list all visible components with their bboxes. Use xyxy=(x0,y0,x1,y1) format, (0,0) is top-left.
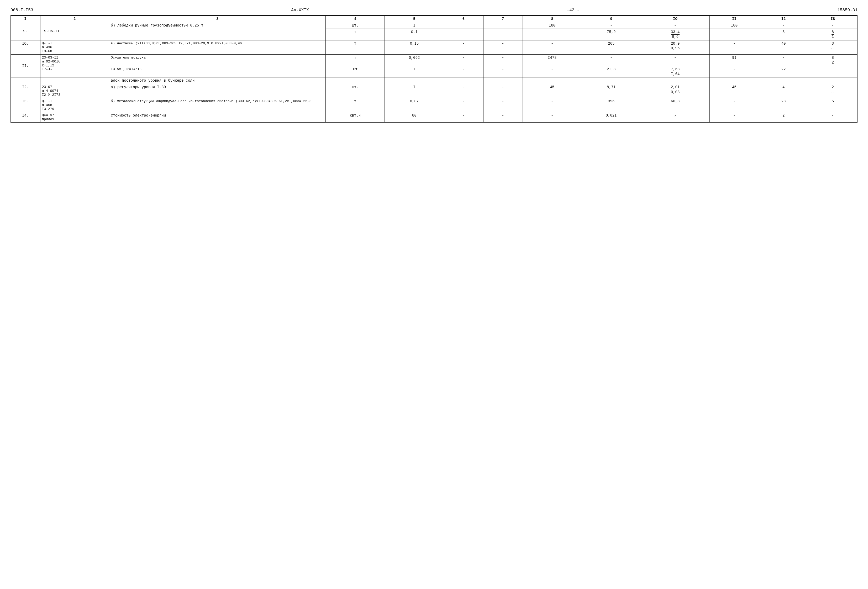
table-row: I4. Цен.№7 прилох. Стоимость электро-эне… xyxy=(11,112,858,123)
fraction-value: 33,4 6,6 xyxy=(671,30,680,39)
row-col10: ✕ xyxy=(641,112,710,123)
appendix-label: Ал.XXIX xyxy=(291,8,309,13)
row-col6: - xyxy=(444,40,483,54)
row-col10: - xyxy=(641,22,710,29)
row-col18: 8 1 xyxy=(808,29,858,40)
row-unit: т xyxy=(326,54,385,66)
row-col9: 265 xyxy=(582,40,641,54)
row-desc: б) металлоконструкции индивидуального из… xyxy=(109,98,326,112)
doc-number: 908-I-I53 xyxy=(10,8,33,13)
table-row: I2. 23-07 п.4-0074 I2-У-2I73 а) регулято… xyxy=(11,84,858,98)
fraction-value: 20,9 0,96 xyxy=(671,42,680,51)
row-num: IO. xyxy=(11,40,40,54)
row-col7 xyxy=(483,22,523,29)
fraction-value: 2,0I 0,03 xyxy=(671,85,680,94)
row-col6: - xyxy=(444,66,483,77)
row-col8: - xyxy=(523,66,582,77)
row-unit xyxy=(326,77,385,84)
row-col11: - xyxy=(710,40,759,54)
table-row: 9. I9-06-II б) лебедки ручные грузоподъе… xyxy=(11,22,858,29)
table-row: I3I5хI,I2=I4'I8 шт I - - - 2I,8 7,68 I,6… xyxy=(11,66,858,77)
row-col6 xyxy=(444,22,483,29)
row-desc: I3I5хI,I2=I4'I8 xyxy=(109,66,326,77)
fraction-value: 3 -. xyxy=(831,42,835,51)
row-col8 xyxy=(523,77,582,84)
row-col18: 8 2 xyxy=(808,54,858,66)
row-num: I2. xyxy=(11,84,40,98)
row-col11: 9I xyxy=(710,54,759,66)
row-col10: 20,9 0,96 xyxy=(641,40,710,54)
row-col12: 2 xyxy=(759,112,808,123)
row-unit: шт xyxy=(326,66,385,77)
row-col18 xyxy=(808,77,858,84)
row-col8: I478 xyxy=(523,54,582,66)
row-col7: - xyxy=(483,54,523,66)
main-table: I 2 3 4 5 6 7 8 9 IO II I2 I8 9. I9-06-I… xyxy=(10,15,858,123)
row-col18: 2 -. xyxy=(808,84,858,98)
col-header-4: 4 xyxy=(326,15,385,22)
row-col7: - xyxy=(483,84,523,98)
col-header-9: 9 xyxy=(582,15,641,22)
row-col5: I xyxy=(385,22,444,29)
col-header-7: 7 xyxy=(483,15,523,22)
row-code xyxy=(40,77,109,84)
row-col11: - xyxy=(710,98,759,112)
row-code: Ц-I-II п.436 I3-68 xyxy=(40,40,109,54)
row-num: II. xyxy=(11,54,40,77)
col-header-12: I2 xyxy=(759,15,808,22)
row-num: I4. xyxy=(11,112,40,123)
row-col9: - xyxy=(582,22,641,29)
row-col6: - xyxy=(444,54,483,66)
row-col12: 40 xyxy=(759,40,808,54)
row-col9: 0,02I xyxy=(582,112,641,123)
row-num: I3. xyxy=(11,98,40,112)
row-col5: 0,I5 xyxy=(385,40,444,54)
row-col12 xyxy=(759,77,808,84)
row-col9 xyxy=(582,77,641,84)
col-header-1: I xyxy=(11,15,40,22)
row-col5 xyxy=(385,77,444,84)
col-header-8: 8 xyxy=(523,15,582,22)
row-num: 9. xyxy=(11,22,40,40)
row-col11: - xyxy=(710,29,759,40)
fraction-value: 2 -. xyxy=(831,85,835,94)
row-col11: 45 xyxy=(710,84,759,98)
row-col18: - xyxy=(808,22,858,29)
row-col7 xyxy=(483,77,523,84)
page-header: 908-I-I53 Ал.XXIX -42 - 15859-31 xyxy=(10,8,858,13)
row-col10: 66,8 xyxy=(641,98,710,112)
row-col12: - xyxy=(759,22,808,29)
row-desc: а) регуляторы уровня Т-39 xyxy=(109,84,326,98)
row-unit: т xyxy=(326,40,385,54)
fraction-value: 8 1 xyxy=(831,30,834,39)
row-col10: 2,0I 0,03 xyxy=(641,84,710,98)
row-col8: 45 xyxy=(523,84,582,98)
row-desc: Блок постоянного уровня в бункере соли xyxy=(109,77,326,84)
row-unit: т xyxy=(326,29,385,40)
fraction-value: 7,68 I,64 xyxy=(671,68,680,77)
col-header-18: I8 xyxy=(808,15,858,22)
row-col10: 33,4 6,6 xyxy=(641,29,710,40)
row-col10 xyxy=(641,77,710,84)
row-col7: - xyxy=(483,98,523,112)
row-unit: квт.ч xyxy=(326,112,385,123)
row-col11: - xyxy=(710,66,759,77)
col-header-11: II xyxy=(710,15,759,22)
row-col12: 8 xyxy=(759,29,808,40)
row-col6 xyxy=(444,77,483,84)
row-col8: I80 xyxy=(523,22,582,29)
row-col11: I80 xyxy=(710,22,759,29)
row-code: I9-06-II xyxy=(40,22,109,40)
row-num xyxy=(11,77,40,84)
row-col12: 4 xyxy=(759,84,808,98)
row-col5: 0,I xyxy=(385,29,444,40)
row-desc: Стоимость электро-энергии xyxy=(109,112,326,123)
row-desc: Осушитель воздуха xyxy=(109,54,326,66)
col-header-5: 5 xyxy=(385,15,444,22)
row-desc: б) лебедки ручные грузоподъемностью 0,25… xyxy=(109,22,326,40)
col-header-3: 3 xyxy=(109,15,326,22)
row-col11 xyxy=(710,77,759,84)
row-col7: - xyxy=(483,66,523,77)
row-col9: 75,9 xyxy=(582,29,641,40)
row-col18 xyxy=(808,66,858,77)
